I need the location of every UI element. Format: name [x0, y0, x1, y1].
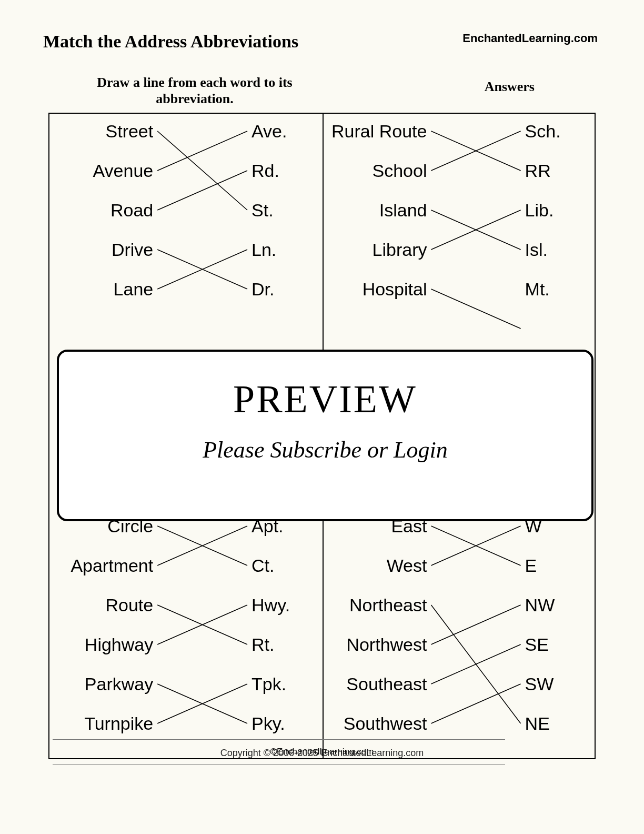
abbrev-item: NW: [525, 596, 555, 614]
word-item: Island: [379, 201, 427, 219]
word-item: Avenue: [93, 162, 154, 180]
overlay-title: PREVIEW: [59, 377, 591, 422]
top-bar: EnchantedLearning.com Match the Address …: [43, 32, 601, 67]
site-brand: EnchantedLearning.com: [462, 32, 598, 45]
abbrev-item: Mt.: [525, 280, 550, 298]
word-item: West: [387, 557, 427, 574]
abbrev-item: SW: [525, 675, 554, 693]
svg-line-1: [157, 131, 247, 171]
word-item: Rural Route: [331, 122, 427, 140]
word-item: Northwest: [346, 636, 427, 653]
abbrev-item: NE: [525, 714, 550, 732]
svg-line-21: [431, 684, 520, 723]
svg-line-20: [431, 644, 520, 684]
instruction-text: Draw a line from each word to its abbrev…: [74, 75, 316, 107]
word-item: Route: [106, 596, 154, 614]
abbrev-item: Tpk.: [251, 675, 286, 693]
word-item: Parkway: [85, 675, 153, 693]
word-item: Lane: [114, 280, 154, 298]
abbrev-item: Rt.: [251, 636, 274, 653]
worksheet-page: EnchantedLearning.com Match the Address …: [43, 32, 601, 776]
abbrev-item: Hwy.: [251, 596, 290, 614]
abbrev-item: Rd.: [251, 162, 279, 180]
answers-label: Answers: [485, 79, 535, 95]
preview-overlay[interactable]: PREVIEW Please Subscribe or Login: [57, 350, 593, 521]
sub-header-row: Draw a line from each word to its abbrev…: [43, 75, 601, 113]
word-item: Library: [373, 241, 427, 259]
word-item: Apartment: [71, 557, 153, 574]
word-item: Road: [110, 201, 153, 219]
matching-grid: StreetAve.AvenueRd.RoadSt.DriveLn.LaneDr…: [43, 113, 601, 776]
abbrev-item: Isl.: [525, 241, 548, 259]
abbrev-item: RR: [525, 162, 551, 180]
svg-line-0: [157, 131, 247, 210]
word-item: Hospital: [363, 280, 427, 298]
footer-rule-top: [53, 739, 505, 740]
abbrev-item: Ct.: [251, 557, 274, 574]
abbrev-item: E: [525, 557, 537, 574]
word-item: Turnpike: [84, 714, 153, 732]
svg-line-2: [157, 171, 247, 210]
word-item: Street: [106, 122, 154, 140]
svg-line-19: [431, 605, 520, 644]
footer-rule-bottom: [53, 764, 505, 765]
word-item: Drive: [112, 241, 153, 259]
page-footer: Copyright © 2006-2025 EnchantedLearning.…: [0, 748, 644, 759]
abbrev-item: Pky.: [251, 714, 285, 732]
abbrev-item: Lib.: [525, 201, 554, 219]
word-item: Southwest: [344, 714, 427, 732]
word-item: Northeast: [349, 596, 427, 614]
abbrev-item: St.: [251, 201, 274, 219]
abbrev-item: Ave.: [251, 122, 287, 140]
word-item: Highway: [85, 636, 153, 653]
abbrev-item: Dr.: [251, 280, 274, 298]
abbrev-item: Sch.: [525, 122, 561, 140]
word-item: School: [373, 162, 427, 180]
overlay-subtitle: Please Subscribe or Login: [59, 436, 591, 463]
abbrev-item: SE: [525, 636, 549, 653]
word-item: Southeast: [346, 675, 427, 693]
abbrev-item: Ln.: [251, 241, 276, 259]
svg-line-15: [431, 289, 520, 329]
